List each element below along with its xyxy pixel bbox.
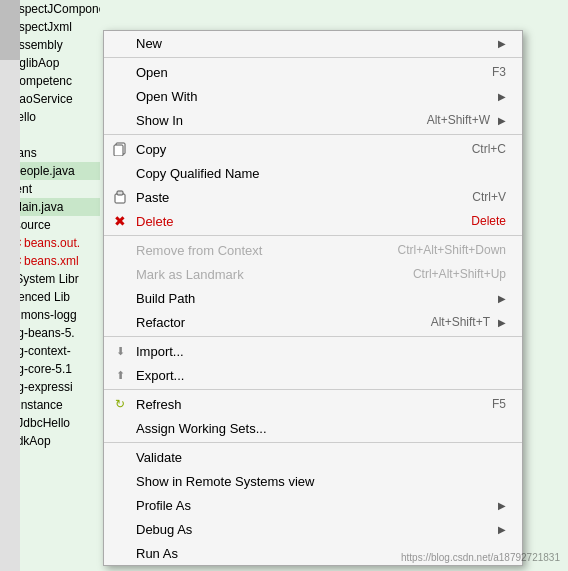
delete-icon: ✖ bbox=[110, 213, 130, 229]
menu-item-label: Export... bbox=[136, 368, 506, 383]
menu-item-delete[interactable]: ✖ Delete Delete bbox=[104, 209, 522, 233]
menu-item-label: Debug As bbox=[136, 522, 490, 537]
menu-item-label: Show In bbox=[136, 113, 403, 128]
menu-item-label: Assign Working Sets... bbox=[136, 421, 506, 436]
menu-item-label: Profile As bbox=[136, 498, 490, 513]
menu-item-label: Import... bbox=[136, 344, 506, 359]
menu-item-label: Build Path bbox=[136, 291, 490, 306]
menu-item-import[interactable]: ⬇ Import... bbox=[104, 339, 522, 363]
menu-item-shortcut: Ctrl+C bbox=[472, 142, 506, 156]
copy-icon bbox=[110, 142, 130, 156]
menu-separator bbox=[104, 235, 522, 236]
menu-separator bbox=[104, 336, 522, 337]
menu-item-paste[interactable]: Paste Ctrl+V bbox=[104, 185, 522, 209]
menu-item-shortcut: F3 bbox=[492, 65, 506, 79]
menu-item-build-path[interactable]: Build Path ▶ bbox=[104, 286, 522, 310]
refresh-icon: ↻ bbox=[110, 397, 130, 411]
menu-item-export[interactable]: ⬆ Export... bbox=[104, 363, 522, 387]
menu-item-shortcut: Ctrl+Alt+Shift+Up bbox=[413, 267, 506, 281]
menu-item-remove-from-context[interactable]: Remove from Context Ctrl+Alt+Shift+Down bbox=[104, 238, 522, 262]
arrow-icon: ▶ bbox=[498, 317, 506, 328]
menu-item-label: Validate bbox=[136, 450, 506, 465]
menu-item-mark-as-landmark[interactable]: Mark as Landmark Ctrl+Alt+Shift+Up bbox=[104, 262, 522, 286]
menu-item-assign-working-sets[interactable]: Assign Working Sets... bbox=[104, 416, 522, 440]
svg-rect-1 bbox=[114, 145, 123, 156]
arrow-icon: ▶ bbox=[498, 38, 506, 49]
paste-icon bbox=[110, 190, 130, 204]
menu-item-open[interactable]: Open F3 bbox=[104, 60, 522, 84]
menu-item-label: Copy bbox=[136, 142, 448, 157]
menu-item-shortcut: Alt+Shift+W bbox=[427, 113, 490, 127]
menu-item-open-with[interactable]: Open With ▶ bbox=[104, 84, 522, 108]
menu-item-label: Paste bbox=[136, 190, 448, 205]
menu-separator bbox=[104, 442, 522, 443]
menu-item-copy-qualified[interactable]: Copy Qualified Name bbox=[104, 161, 522, 185]
menu-item-label: Refactor bbox=[136, 315, 407, 330]
arrow-icon: ▶ bbox=[498, 293, 506, 304]
menu-item-label: Remove from Context bbox=[136, 243, 374, 258]
menu-item-label: Open bbox=[136, 65, 468, 80]
menu-item-new[interactable]: New ▶ bbox=[104, 31, 522, 55]
menu-item-label: Open With bbox=[136, 89, 490, 104]
menu-item-refactor[interactable]: Refactor Alt+Shift+T ▶ bbox=[104, 310, 522, 334]
menu-item-shortcut: Ctrl+V bbox=[472, 190, 506, 204]
import-icon: ⬇ bbox=[110, 345, 130, 358]
svg-rect-3 bbox=[117, 191, 123, 195]
menu-separator bbox=[104, 57, 522, 58]
menu-separator bbox=[104, 134, 522, 135]
menu-item-label: Refresh bbox=[136, 397, 468, 412]
menu-item-show-in-remote[interactable]: Show in Remote Systems view bbox=[104, 469, 522, 493]
arrow-icon: ▶ bbox=[498, 115, 506, 126]
menu-item-label: Mark as Landmark bbox=[136, 267, 389, 282]
watermark-text: https://blog.csdn.net/a18792721831 bbox=[401, 552, 560, 563]
menu-separator bbox=[104, 389, 522, 390]
export-icon: ⬆ bbox=[110, 369, 130, 382]
menu-item-label: Copy Qualified Name bbox=[136, 166, 506, 181]
arrow-icon: ▶ bbox=[498, 500, 506, 511]
menu-item-shortcut: Delete bbox=[471, 214, 506, 228]
menu-item-shortcut: Alt+Shift+T bbox=[431, 315, 490, 329]
menu-item-debug-as[interactable]: Debug As ▶ bbox=[104, 517, 522, 541]
menu-item-show-in[interactable]: Show In Alt+Shift+W ▶ bbox=[104, 108, 522, 132]
menu-item-shortcut: Ctrl+Alt+Shift+Down bbox=[398, 243, 506, 257]
menu-item-label: New bbox=[136, 36, 490, 51]
scrollbar-track bbox=[0, 0, 20, 571]
menu-item-refresh[interactable]: ↻ Refresh F5 bbox=[104, 392, 522, 416]
context-menu: New ▶ Open F3 Open With ▶ Show In Alt+Sh… bbox=[103, 30, 523, 566]
menu-item-copy[interactable]: Copy Ctrl+C bbox=[104, 137, 522, 161]
menu-item-label: Show in Remote Systems view bbox=[136, 474, 506, 489]
menu-item-label: Delete bbox=[136, 214, 447, 229]
menu-item-validate[interactable]: Validate bbox=[104, 445, 522, 469]
arrow-icon: ▶ bbox=[498, 524, 506, 535]
arrow-icon: ▶ bbox=[498, 91, 506, 102]
menu-item-shortcut: F5 bbox=[492, 397, 506, 411]
menu-item-profile-as[interactable]: Profile As ▶ bbox=[104, 493, 522, 517]
scrollbar-thumb[interactable] bbox=[0, 0, 20, 60]
